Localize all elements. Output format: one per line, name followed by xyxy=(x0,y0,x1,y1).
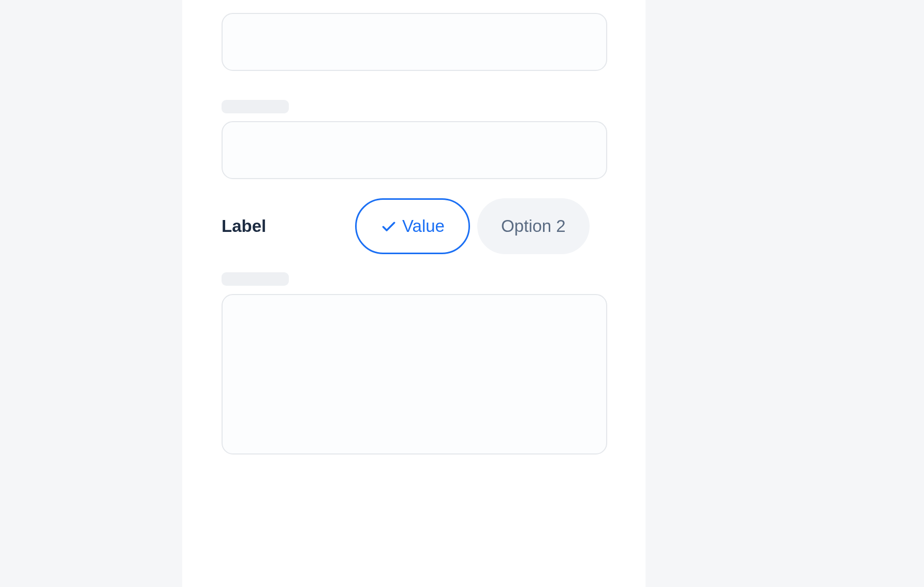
skeleton-label-2 xyxy=(222,100,289,113)
textarea-input[interactable] xyxy=(222,294,607,454)
text-input-2[interactable] xyxy=(222,121,607,179)
page-background: Label Value Option 2 xyxy=(172,0,656,587)
option-unselected-label: Option 2 xyxy=(501,216,566,236)
option-selected-label: Value xyxy=(402,216,445,236)
field-label: Label xyxy=(222,216,355,236)
check-icon xyxy=(380,218,397,234)
skeleton-label-3 xyxy=(222,272,289,286)
text-input-1[interactable] xyxy=(222,13,607,71)
option-unselected-pill[interactable]: Option 2 xyxy=(477,198,590,254)
option-selected-pill[interactable]: Value xyxy=(355,198,470,254)
option-selector-row: Label Value Option 2 xyxy=(222,198,607,254)
form-card: Label Value Option 2 xyxy=(182,0,646,587)
